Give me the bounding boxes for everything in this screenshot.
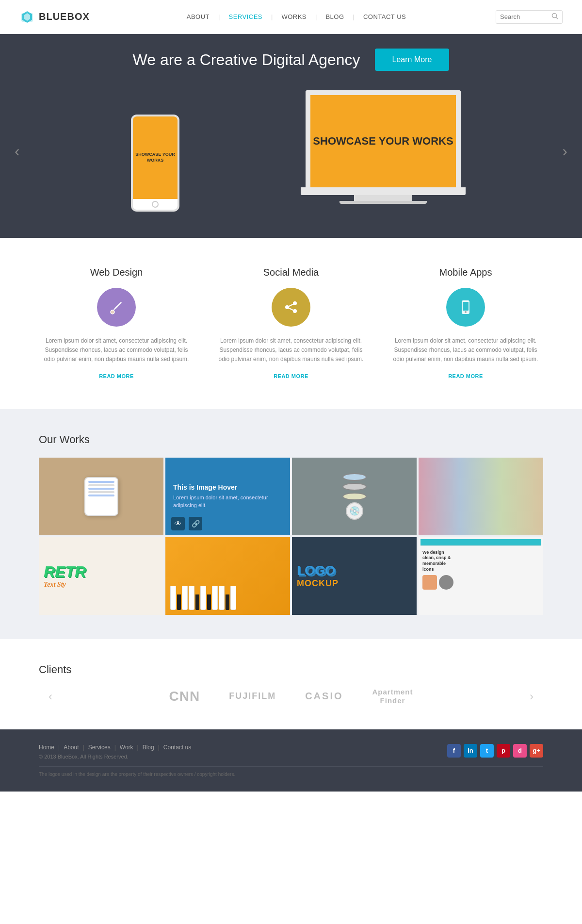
clients-next-arrow[interactable]: ›	[520, 690, 543, 703]
search-icon[interactable]	[551, 13, 558, 21]
footer-nav-services[interactable]: Services	[88, 744, 111, 751]
footer-nav-contact[interactable]: Contact us	[163, 744, 191, 751]
social-googleplus-button[interactable]: g+	[530, 744, 543, 758]
footer-nav-home[interactable]: Home	[39, 744, 54, 751]
laptop-screen-text: SHOWCASE YOUR WORKS	[313, 135, 453, 148]
footer-nav-blog[interactable]: Blog	[143, 744, 154, 751]
service-social-media: Social Media Lorem ipsum dolor sit amet,…	[213, 267, 369, 380]
retro-text-graphic: RETR	[44, 563, 86, 581]
svg-point-13	[465, 311, 467, 313]
retro-sub-graphic: Text Sty	[44, 581, 66, 589]
search-box	[496, 10, 563, 24]
logo-text: BLUEBOX	[39, 11, 90, 22]
nav-works[interactable]: WORKS	[273, 13, 315, 20]
mobile-apps-read-more[interactable]: READ MORE	[448, 373, 483, 379]
phone-device: SHOWCASE YOUR WORKS	[131, 115, 179, 212]
learn-more-button[interactable]: Learn More	[375, 49, 450, 71]
clients-title: Clients	[39, 663, 543, 676]
svg-line-10	[287, 307, 295, 311]
footer-nav-work[interactable]: Work	[120, 744, 133, 751]
web-design-desc: Lorem ipsum dolor sit amet, consectetur …	[39, 336, 194, 364]
svg-line-4	[556, 17, 558, 19]
web-design-icon-circle	[97, 288, 136, 327]
work-link-icon[interactable]: 🔗	[189, 517, 202, 530]
laptop-base	[301, 187, 466, 195]
social-media-desc: Lorem ipsum dolor sit amet, consectetur …	[213, 336, 369, 364]
work-hover-desc: Lorem ipsum dolor sit amet, consectetur …	[173, 494, 282, 509]
header: BLUEBOX ABOUT | SERVICES | WORKS | BLOG …	[0, 0, 582, 34]
services-grid: Web Design Lorem ipsum dolor sit amet, c…	[39, 267, 543, 380]
laptop-device: SHOWCASE YOUR WORKS	[291, 90, 475, 216]
work-item-4[interactable]	[419, 458, 543, 535]
hero-top: We are a Creative Digital Agency Learn M…	[0, 34, 582, 76]
social-media-read-more[interactable]: READ MORE	[274, 373, 308, 379]
work-item-1[interactable]	[39, 458, 163, 535]
nav-contact[interactable]: CONTACT US	[355, 13, 415, 20]
logo-mockup-graphic: LOGO	[297, 563, 335, 578]
database-graphic: 💿	[342, 473, 367, 520]
work-item-8[interactable]: We designclean, crisp &memorableicons	[419, 537, 543, 615]
clients-section: Clients ‹ CNN FUJIFILM CASIO ApartmentFi…	[0, 639, 582, 729]
footer-social: f in t p d g+	[447, 744, 543, 758]
footer-nav: Home | About | Services | Work | Blog | …	[39, 744, 191, 751]
work-item-5[interactable]: RETR Text Sty	[39, 537, 163, 615]
social-linkedin-button[interactable]: in	[464, 744, 477, 758]
hero-title: We are a Creative Digital Agency	[133, 51, 360, 69]
web-design-read-more[interactable]: READ MORE	[99, 373, 134, 379]
nav-services[interactable]: SERVICES	[220, 13, 271, 20]
social-dribbble-button[interactable]: d	[513, 744, 527, 758]
service-mobile-apps-title: Mobile Apps	[388, 267, 543, 278]
work-item-6[interactable]	[165, 537, 290, 615]
work-view-icon[interactable]: 👁	[171, 517, 185, 530]
service-mobile-apps: Mobile Apps Lorem ipsum dolor sit amet, …	[388, 267, 543, 380]
search-input[interactable]	[500, 13, 549, 20]
clients-prev-arrow[interactable]: ‹	[39, 690, 62, 703]
work-item-7[interactable]: LOGO MOCKUP	[292, 537, 417, 615]
work-hover-overlay: This is Image Hover Lorem ipsum dolor si…	[165, 458, 290, 535]
nav-blog[interactable]: BLOG	[317, 13, 353, 20]
share-icon	[282, 298, 300, 316]
client-cnn: CNN	[169, 689, 200, 704]
svg-rect-12	[463, 302, 469, 311]
laptop-stand	[354, 195, 412, 201]
our-works-title: Our Works	[39, 433, 543, 446]
client-apartment-finder: ApartmentFinder	[372, 688, 413, 705]
work-item-2[interactable]: This is Image Hover Lorem ipsum dolor si…	[165, 458, 290, 535]
nav-about[interactable]: ABOUT	[178, 13, 218, 20]
svg-point-5	[111, 310, 114, 314]
notepad-graphic	[84, 477, 118, 516]
footer-top: Home | About | Services | Work | Blog | …	[39, 744, 543, 759]
laptop-foot	[340, 201, 427, 204]
hero-next-arrow[interactable]: ›	[562, 142, 567, 160]
main-nav: ABOUT | SERVICES | WORKS | BLOG | CONTAC…	[97, 13, 496, 20]
svg-line-9	[287, 303, 295, 307]
works-grid: This is Image Hover Lorem ipsum dolor si…	[39, 458, 543, 615]
web-screenshot-graphic: We designclean, crisp &memorableicons	[419, 537, 543, 615]
social-facebook-button[interactable]: f	[447, 744, 461, 758]
client-fujifilm: FUJIFILM	[229, 691, 276, 701]
logo-icon	[19, 9, 35, 25]
hero-devices: ‹ SHOWCASE YOUR WORKS SHOWCASE YOUR WORK…	[0, 76, 582, 226]
hero-section: We are a Creative Digital Agency Learn M…	[0, 34, 582, 238]
footer-left: Home | About | Services | Work | Blog | …	[39, 744, 191, 759]
phone-home-button	[152, 201, 159, 208]
footer: Home | About | Services | Work | Blog | …	[0, 729, 582, 792]
brush-icon	[108, 298, 125, 316]
mockup-label: MOCKUP	[297, 578, 339, 589]
social-twitter-button[interactable]: t	[480, 744, 494, 758]
work-item-3[interactable]: 💿	[292, 458, 417, 535]
work-hover-title: This is Image Hover	[173, 483, 237, 491]
services-section: Web Design Lorem ipsum dolor sit amet, c…	[0, 238, 582, 409]
client-casio: CASIO	[305, 691, 343, 702]
footer-nav-about[interactable]: About	[64, 744, 79, 751]
piano-graphic	[165, 537, 290, 615]
social-pinterest-button[interactable]: p	[497, 744, 510, 758]
social-media-icon-circle	[272, 288, 310, 327]
hero-prev-arrow[interactable]: ‹	[15, 142, 20, 160]
header-right	[496, 10, 563, 24]
mobile-apps-desc: Lorem ipsum dolor sit amet, consectetur …	[388, 336, 543, 364]
client-logos: CNN FUJIFILM CASIO ApartmentFinder	[62, 688, 520, 705]
mobile-apps-icon-circle	[446, 288, 485, 327]
service-web-design: Web Design Lorem ipsum dolor sit amet, c…	[39, 267, 194, 380]
service-social-media-title: Social Media	[213, 267, 369, 278]
